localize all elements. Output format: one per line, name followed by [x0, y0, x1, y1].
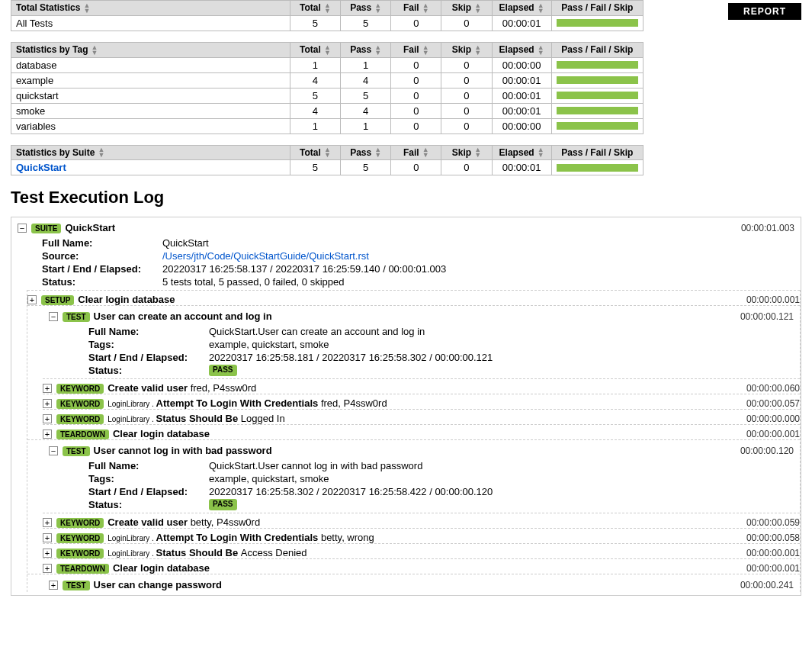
cell-graph: [551, 72, 643, 88]
test-name[interactable]: User cannot log in with bad password: [94, 445, 272, 456]
cell-fail: 0: [391, 57, 441, 72]
sort-icon: ▲▼: [474, 45, 481, 56]
col-fail[interactable]: Fail▲▼: [391, 1, 441, 16]
setup-badge: SETUP: [41, 295, 74, 305]
table-row: quickstart 5 5 0 0 00:00:01: [11, 88, 644, 103]
sort-icon: ▲▼: [474, 147, 481, 158]
col-total[interactable]: Total▲▼: [290, 42, 340, 57]
collapse-icon[interactable]: −: [18, 224, 27, 233]
meta-value: 20220317 16:25:58.137 / 20220317 16:25:5…: [162, 263, 446, 275]
test-name[interactable]: User can change password: [94, 579, 222, 590]
setup-name[interactable]: Clear login database: [78, 294, 175, 305]
col-elapsed[interactable]: Elapsed▲▼: [492, 1, 551, 16]
meta-label: Tags:: [88, 473, 209, 484]
col-fail[interactable]: Fail▲▼: [391, 42, 441, 57]
keyword-lib: LoginLibrary .: [108, 400, 156, 408]
meta-label: Tags:: [88, 339, 209, 350]
expand-icon[interactable]: +: [43, 549, 52, 558]
cell-pass: 4: [341, 103, 391, 118]
cell-elapsed: 00:00:01: [492, 72, 551, 88]
keyword-name[interactable]: Create valid user fred, P4ssw0rd: [108, 382, 256, 394]
col-pass[interactable]: Pass▲▼: [341, 145, 391, 160]
meta-label: Status:: [88, 499, 209, 510]
test-row: + TEST User can change password 00:00:00…: [43, 578, 800, 592]
keyword-name[interactable]: LoginLibrary . Attempt To Login With Cre…: [108, 532, 374, 543]
keyword-name[interactable]: LoginLibrary . Attempt To Login With Cre…: [108, 397, 387, 409]
keyword-name[interactable]: Clear login database: [113, 562, 210, 574]
keyword-name[interactable]: LoginLibrary . Status Should Be Access D…: [108, 547, 307, 558]
keyword-name[interactable]: LoginLibrary . Status Should Be Logged I…: [108, 413, 284, 424]
col-fail[interactable]: Fail▲▼: [391, 145, 441, 160]
keyword-badge: TEARDOWN: [56, 564, 109, 574]
pass-badge: PASS: [209, 365, 237, 376]
expand-icon[interactable]: +: [43, 414, 52, 423]
expand-icon[interactable]: +: [43, 430, 52, 439]
keyword-time: 00:00:00.058: [739, 532, 800, 543]
cell-graph: [551, 103, 643, 118]
cell-skip: 0: [441, 72, 492, 88]
keyword-row: + KEYWORD Create valid user fred, P4ssw0…: [43, 378, 800, 394]
test-badge: TEST: [63, 312, 90, 322]
expand-icon[interactable]: +: [43, 564, 52, 573]
suite-name[interactable]: QuickStart: [65, 222, 115, 233]
report-button[interactable]: REPORT: [728, 3, 801, 20]
cell-total: 4: [290, 103, 340, 118]
keyword-name[interactable]: Clear login database: [113, 428, 210, 439]
col-skip[interactable]: Skip▲▼: [441, 42, 492, 57]
sort-icon: ▲▼: [324, 147, 331, 158]
total-statistics-table: Total Statistics▲▼ Total▲▼ Pass▲▼ Fail▲▼…: [11, 0, 644, 31]
suite-meta: Full Name:QuickStart Source:/Users/jth/C…: [11, 235, 801, 290]
expand-icon[interactable]: +: [43, 399, 52, 408]
col-elapsed[interactable]: Elapsed▲▼: [492, 145, 551, 160]
col-skip[interactable]: Skip▲▼: [441, 1, 492, 16]
sort-icon: ▲▼: [422, 3, 429, 14]
meta-label: Full Name:: [42, 237, 162, 249]
pass-bar: [557, 122, 638, 130]
keyword-lib: LoginLibrary .: [108, 534, 156, 542]
row-label: database: [16, 60, 57, 71]
expand-icon[interactable]: +: [43, 533, 52, 542]
col-pass[interactable]: Pass▲▼: [341, 42, 391, 57]
col-total[interactable]: Total▲▼: [290, 1, 340, 16]
expand-icon[interactable]: +: [27, 295, 37, 304]
col-label[interactable]: Statistics by Suite▲▼: [11, 145, 290, 160]
expand-icon[interactable]: +: [43, 384, 52, 393]
toggle-icon[interactable]: +: [49, 581, 58, 590]
cell-graph: [551, 118, 643, 134]
keyword-badge: KEYWORD: [56, 384, 104, 394]
toggle-icon[interactable]: −: [49, 312, 58, 321]
keyword-args: fred, P4ssw0rd: [321, 397, 387, 409]
cell-fail: 0: [391, 88, 441, 103]
table-row: QuickStart 5 5 0 0 00:00:01: [11, 160, 644, 175]
col-label[interactable]: Statistics by Tag▲▼: [11, 42, 290, 57]
cell-pass: 1: [341, 57, 391, 72]
suite-link[interactable]: QuickStart: [16, 162, 66, 173]
sort-icon: ▲▼: [422, 147, 429, 158]
keyword-badge: KEYWORD: [56, 399, 104, 409]
col-pass[interactable]: Pass▲▼: [341, 1, 391, 16]
source-link[interactable]: /Users/jth/Code/QuickStartGuide/QuickSta…: [162, 250, 369, 262]
col-total[interactable]: Total▲▼: [290, 145, 340, 160]
expand-icon[interactable]: +: [43, 518, 52, 527]
col-elapsed[interactable]: Elapsed▲▼: [492, 42, 551, 57]
test-name[interactable]: User can create an account and log in: [94, 310, 272, 322]
col-skip[interactable]: Skip▲▼: [441, 145, 492, 160]
keyword-row: + TEARDOWN Clear login database 00:00:00…: [43, 558, 800, 574]
test-row: − TEST User can create an account and lo…: [43, 309, 800, 323]
table-row: example 4 4 0 0 00:00:01: [11, 72, 644, 88]
cell-fail: 0: [391, 118, 441, 134]
keyword-badge: KEYWORD: [56, 414, 104, 424]
toggle-icon[interactable]: −: [49, 446, 58, 455]
setup-row: + SETUP Clear login database 00:00:00.00…: [27, 290, 800, 305]
cell-total: 1: [290, 57, 340, 72]
keyword-args: fred, P4ssw0rd: [191, 382, 257, 394]
suite-badge: SUITE: [31, 224, 61, 233]
meta-value: example, quickstart, smoke: [209, 339, 329, 350]
cell-skip: 0: [441, 88, 492, 103]
col-pfs: Pass / Fail / Skip: [551, 145, 643, 160]
meta-value: 5 tests total, 5 passed, 0 failed, 0 ski…: [162, 276, 344, 288]
keyword-name[interactable]: Create valid user betty, P4ssw0rd: [108, 516, 260, 528]
col-label[interactable]: Total Statistics▲▼: [11, 1, 290, 16]
sort-icon: ▲▼: [91, 45, 98, 56]
test-block: + TEST User can change password 00:00:00…: [27, 574, 800, 592]
